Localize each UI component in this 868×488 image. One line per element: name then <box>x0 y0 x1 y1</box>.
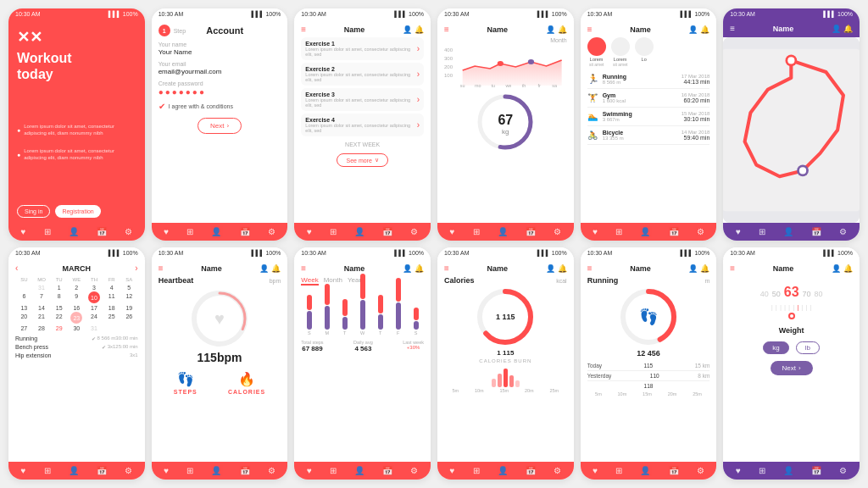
activity-gym[interactable]: 🏋 Gym 1 600 kcal 16 Mar 2018 60:20 min <box>587 89 710 108</box>
nav-calendar-11[interactable]: 📅 <box>669 466 679 475</box>
prev-month-button[interactable]: ‹ <box>15 263 18 273</box>
user-icon-10[interactable]: 👤 <box>546 264 555 273</box>
nav-heart-11[interactable]: ♥ <box>593 466 598 475</box>
nav-person-icon[interactable]: 👤 <box>69 227 79 236</box>
nav-gear-12[interactable]: ⚙ <box>839 466 847 475</box>
nav-calendar-10[interactable]: 📅 <box>526 466 536 475</box>
nav-person-11[interactable]: 👤 <box>640 466 650 475</box>
lb-button[interactable]: lb <box>796 341 820 354</box>
nav-heart-8[interactable]: ♥ <box>164 466 169 475</box>
nav-calendar-9[interactable]: 📅 <box>382 466 392 475</box>
selected-date[interactable]: 23 <box>70 312 82 324</box>
nav-gear-9[interactable]: ⚙ <box>410 466 418 475</box>
today-badge[interactable]: 10 <box>88 291 100 303</box>
next-button[interactable]: Next › <box>198 118 242 134</box>
nav-dumbbell-12[interactable]: ⊞ <box>759 466 765 475</box>
bell-icon-12[interactable]: 🔔 <box>843 264 853 273</box>
user-icon-4[interactable]: 👤 <box>546 25 555 34</box>
bell-icon-11[interactable]: 🔔 <box>700 264 709 273</box>
signin-button[interactable]: Sing in <box>17 205 50 218</box>
activity-bicycle[interactable]: 🚴 Bicycle 13 355 m 14 Mar 2018 59:40 min <box>587 126 710 145</box>
nav-heart-6[interactable]: ♥ <box>736 227 741 236</box>
nav-person-4[interactable]: 👤 <box>498 227 508 236</box>
activity-swimming[interactable]: 🏊 Swimming 3 667m 15 Mar 2018 30:10 min <box>587 108 710 126</box>
nav-person-6[interactable]: 👤 <box>783 227 793 236</box>
nav-heart-icon-2[interactable]: ♥ <box>164 227 169 236</box>
user-icon-3[interactable]: 👤 <box>403 25 412 34</box>
nav-dumbbell-icon[interactable]: ⊞ <box>44 227 51 236</box>
bell-icon-8[interactable]: 🔔 <box>271 264 281 273</box>
nav-calendar-4[interactable]: 📅 <box>526 227 536 236</box>
nav-person-5[interactable]: 👤 <box>640 227 650 236</box>
nav-heart-10[interactable]: ♥ <box>450 466 455 475</box>
nav-gear-icon-2[interactable]: ⚙ <box>268 227 275 236</box>
nav-gear-4[interactable]: ⚙ <box>554 227 561 236</box>
next-month-button[interactable]: › <box>135 263 137 273</box>
nav-dumbbell-10[interactable]: ⊞ <box>473 466 480 475</box>
nav-heart-7[interactable]: ♥ <box>21 466 26 475</box>
user-icon-12[interactable]: 👤 <box>832 264 841 273</box>
hamburger-9[interactable]: ≡ <box>301 263 306 273</box>
nav-gear-7[interactable]: ⚙ <box>125 466 132 475</box>
exercise-item-3[interactable]: Exercise 3 Lorem ipsum dolor sit amet, c… <box>301 88 424 111</box>
nav-heart-icon[interactable]: ♥ <box>21 227 26 236</box>
user-icon-5[interactable]: 👤 <box>688 25 698 34</box>
nav-gear-3[interactable]: ⚙ <box>410 227 418 236</box>
nav-calendar-8[interactable]: 📅 <box>240 466 250 475</box>
nav-calendar-icon[interactable]: 📅 <box>97 227 107 236</box>
nav-gear-5[interactable]: ⚙ <box>697 227 704 236</box>
nav-dumbbell-9[interactable]: ⊞ <box>330 466 337 475</box>
nav-calendar-6[interactable]: 📅 <box>811 227 821 236</box>
see-more-button[interactable]: See more ∨ <box>337 153 387 167</box>
hamburger-6[interactable]: ≡ <box>730 24 735 33</box>
registration-button[interactable]: Registration <box>55 205 100 218</box>
nav-dumbbell-5[interactable]: ⊞ <box>615 227 622 236</box>
nav-calendar-icon-2[interactable]: 📅 <box>240 227 250 236</box>
nav-heart-12[interactable]: ♥ <box>736 466 741 475</box>
nav-dumbbell-11[interactable]: ⊞ <box>615 466 622 475</box>
hamburger-icon-3[interactable]: ≡ <box>301 25 306 34</box>
nav-dumbbell-4[interactable]: ⊞ <box>473 227 480 236</box>
bell-icon-5[interactable]: 🔔 <box>700 25 709 34</box>
bell-icon-6[interactable]: 🔔 <box>843 25 853 33</box>
nav-person-12[interactable]: 👤 <box>783 466 793 475</box>
weight-next-button[interactable]: Next › <box>771 361 813 375</box>
nav-gear-8[interactable]: ⚙ <box>268 466 275 475</box>
nav-dumbbell-7[interactable]: ⊞ <box>44 466 51 475</box>
exercise-item-4[interactable]: Exercise 4 Lorem ipsum dolor sit amet, c… <box>301 114 424 136</box>
nav-heart-4[interactable]: ♥ <box>450 227 455 236</box>
nav-person-9[interactable]: 👤 <box>354 466 364 475</box>
nav-gear-icon[interactable]: ⚙ <box>125 227 132 236</box>
bell-icon-10[interactable]: 🔔 <box>558 264 567 273</box>
nav-person-3[interactable]: 👤 <box>354 227 364 236</box>
nav-calendar-7[interactable]: 📅 <box>97 466 107 475</box>
nav-person-7[interactable]: 👤 <box>69 466 79 475</box>
nav-calendar-3[interactable]: 📅 <box>382 227 392 236</box>
kg-button[interactable]: kg <box>763 341 788 354</box>
hamburger-8[interactable]: ≡ <box>159 263 164 273</box>
map-view[interactable] <box>723 37 860 223</box>
hamburger-12[interactable]: ≡ <box>730 263 735 273</box>
nav-calendar-5[interactable]: 📅 <box>669 227 679 236</box>
bell-icon-4[interactable]: 🔔 <box>558 25 567 34</box>
nav-heart-5[interactable]: ♥ <box>593 227 598 236</box>
user-icon-11[interactable]: 👤 <box>688 264 698 273</box>
exercise-item-2[interactable]: Exercise 2 Lorem ipsum dolor sit amet, c… <box>301 63 424 86</box>
nav-dumbbell-6[interactable]: ⊞ <box>759 227 765 236</box>
nav-person-10[interactable]: 👤 <box>498 466 508 475</box>
nav-gear-10[interactable]: ⚙ <box>554 466 561 475</box>
exercise-item-1[interactable]: Exercise 1 Lorem ipsum dolor sit amet, c… <box>301 37 424 60</box>
bell-icon-3[interactable]: 🔔 <box>415 25 424 34</box>
nav-dumbbell-icon-2[interactable]: ⊞ <box>186 227 193 236</box>
bell-icon-9[interactable]: 🔔 <box>415 264 424 273</box>
hamburger-5[interactable]: ≡ <box>587 25 593 34</box>
user-icon-6[interactable]: 👤 <box>832 25 841 33</box>
nav-person-8[interactable]: 👤 <box>211 466 221 475</box>
hamburger-4[interactable]: ≡ <box>444 25 449 34</box>
nav-calendar-12[interactable]: 📅 <box>811 466 821 475</box>
user-icon-9[interactable]: 👤 <box>403 264 412 273</box>
nav-person-icon-2[interactable]: 👤 <box>211 227 221 236</box>
user-icon-8[interactable]: 👤 <box>259 264 269 273</box>
hamburger-10[interactable]: ≡ <box>444 263 449 273</box>
nav-gear-6[interactable]: ⚙ <box>839 227 847 236</box>
